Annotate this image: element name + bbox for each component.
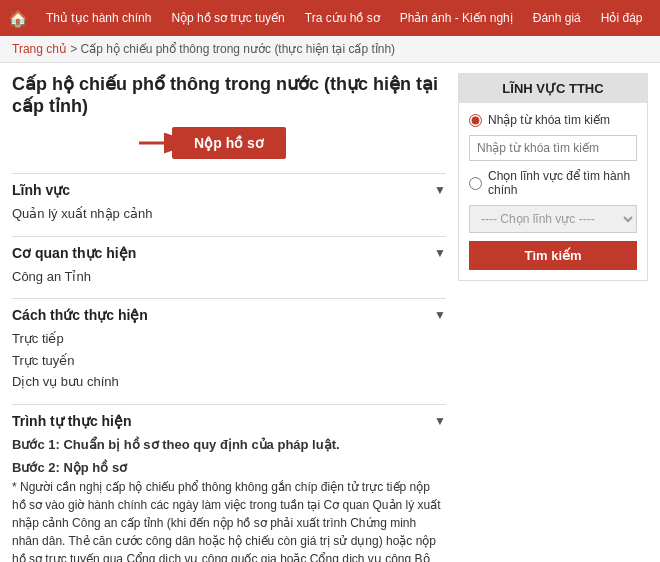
section-trinh-tu: Trình tự thực hiện ▼ Bước 1: Chuẩn bị hồ… (12, 404, 446, 563)
cach-thuc-truc-tuyen: Trực tuyến (12, 351, 446, 371)
breadcrumb-current: Cấp hộ chiếu phổ thông trong nước (thực … (81, 42, 395, 56)
top-navigation: 🏠 Thủ tục hành chính Nộp hồ sơ trực tuyế… (0, 0, 660, 36)
chevron-down-icon: ▼ (434, 183, 446, 197)
step-1: Bước 1: Chuẩn bị hồ sơ theo quy định của… (12, 435, 446, 455)
sidebar-title: LĨNH VỰC TTHC (459, 74, 647, 103)
nav-tra-cuu[interactable]: Tra cứu hồ sơ (295, 0, 390, 36)
radio-linh-vuc-label: Chọn lĩnh vực để tìm hành chính (488, 169, 637, 197)
home-icon[interactable]: 🏠 (8, 9, 28, 28)
radio-keyword-label: Nhập từ khóa tìm kiếm (488, 113, 610, 127)
nop-ho-so-area: Nộp hồ sơ (12, 127, 446, 159)
section-linh-vuc-title: Lĩnh vực (12, 182, 70, 198)
chevron-down-icon-4: ▼ (434, 414, 446, 428)
radio-keyword-input[interactable] (469, 114, 482, 127)
nav-items: Thủ tục hành chính Nộp hồ sơ trực tuyến … (36, 0, 660, 36)
co-quan-value: Công an Tỉnh (12, 267, 446, 287)
section-trinh-tu-content: Bước 1: Chuẩn bị hồ sơ theo quy định của… (12, 435, 446, 563)
section-linh-vuc-content: Quản lý xuất nhập cảnh (12, 204, 446, 232)
main-layout: Cấp hộ chiếu phổ thông trong nước (thực … (0, 63, 660, 562)
section-co-quan-title: Cơ quan thực hiện (12, 245, 136, 261)
radio-linh-vuc-input[interactable] (469, 177, 482, 190)
nav-thu-tuc[interactable]: Thủ tục hành chính (36, 0, 161, 36)
linh-vuc-value: Quản lý xuất nhập cảnh (12, 204, 446, 224)
step-2: Bước 2: Nộp hồ sơ * Người cần nghị cấp h… (12, 458, 446, 562)
section-cach-thuc: Cách thức thực hiện ▼ Trực tiếp Trực tuy… (12, 298, 446, 400)
nav-danh-gia[interactable]: Đánh giá (523, 0, 591, 36)
breadcrumb: Trang chủ > Cấp hộ chiếu phổ thông trong… (0, 36, 660, 63)
chevron-down-icon-2: ▼ (434, 246, 446, 260)
section-linh-vuc: Lĩnh vực ▼ Quản lý xuất nhập cảnh (12, 173, 446, 232)
page-title: Cấp hộ chiếu phổ thông trong nước (thực … (12, 73, 446, 117)
chevron-down-icon-3: ▼ (434, 308, 446, 322)
left-content: Cấp hộ chiếu phổ thông trong nước (thực … (12, 73, 446, 562)
cach-thuc-truc-tiep: Trực tiếp (12, 329, 446, 349)
section-co-quan-content: Công an Tỉnh (12, 267, 446, 295)
nav-hoi-dap[interactable]: Hỏi đáp (591, 0, 653, 36)
section-co-quan: Cơ quan thực hiện ▼ Công an Tỉnh (12, 236, 446, 295)
section-trinh-tu-header[interactable]: Trình tự thực hiện ▼ (12, 405, 446, 435)
section-trinh-tu-title: Trình tự thực hiện (12, 413, 132, 429)
nav-nop-ho-so[interactable]: Nộp hồ sơ trực tuyến (161, 0, 294, 36)
section-cach-thuc-header[interactable]: Cách thức thực hiện ▼ (12, 299, 446, 329)
search-input[interactable] (469, 135, 637, 161)
radio-linh-vuc[interactable]: Chọn lĩnh vực để tìm hành chính (469, 169, 637, 197)
step-2-body: * Người cần nghị cấp hộ chiếu phổ thông … (12, 478, 446, 563)
right-sidebar: LĨNH VỰC TTHC Nhập từ khóa tìm kiếm Chọn… (458, 73, 648, 562)
section-linh-vuc-header[interactable]: Lĩnh vực ▼ (12, 174, 446, 204)
section-cach-thuc-content: Trực tiếp Trực tuyến Dịch vụ bưu chính (12, 329, 446, 400)
sidebar-box: LĨNH VỰC TTHC Nhập từ khóa tìm kiếm Chọn… (458, 73, 648, 281)
linh-vuc-select[interactable]: ---- Chọn lĩnh vực ---- (469, 205, 637, 233)
breadcrumb-home[interactable]: Trang chủ (12, 42, 67, 56)
radio-keyword[interactable]: Nhập từ khóa tìm kiếm (469, 113, 637, 127)
nav-phan-anh[interactable]: Phản ánh - Kiến nghị (390, 0, 523, 36)
breadcrumb-separator: > (70, 42, 80, 56)
arrow-icon (139, 129, 199, 160)
step-1-label: Bước 1: Chuẩn bị hồ sơ theo quy định của… (12, 437, 340, 452)
cach-thuc-buu-chinh: Dịch vụ bưu chính (12, 372, 446, 392)
section-cach-thuc-title: Cách thức thực hiện (12, 307, 148, 323)
nav-ho-tro[interactable]: Hỗ trợ (652, 0, 660, 36)
step-2-label: Bước 2: Nộp hồ sơ (12, 460, 127, 475)
sidebar-body: Nhập từ khóa tìm kiếm Chọn lĩnh vực để t… (459, 103, 647, 280)
search-button[interactable]: Tìm kiếm (469, 241, 637, 270)
section-co-quan-header[interactable]: Cơ quan thực hiện ▼ (12, 237, 446, 267)
